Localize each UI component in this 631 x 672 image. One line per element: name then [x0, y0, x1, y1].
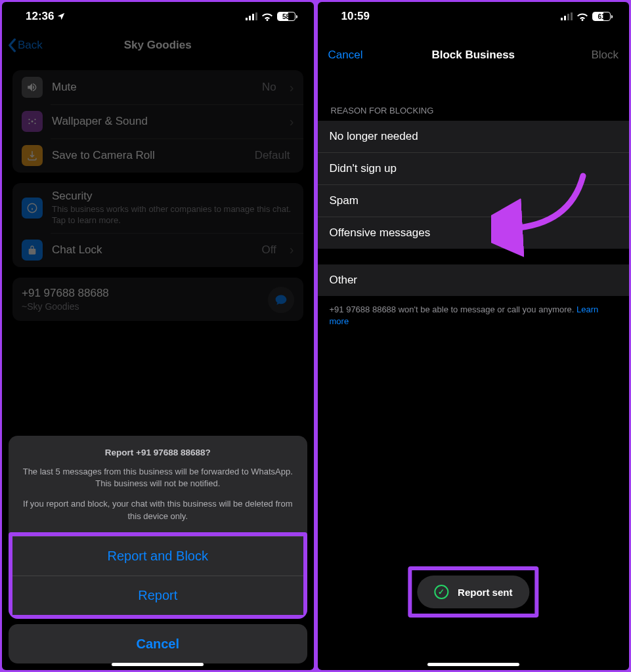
save-label: Save to Camera Roll	[52, 149, 246, 162]
status-bar: 10:59 61	[318, 2, 630, 31]
settings-group-2: Security This business works with other …	[12, 183, 303, 267]
location-icon	[56, 12, 66, 21]
cancel-button[interactable]: Cancel	[9, 624, 307, 663]
page-title: Sky Goodies	[124, 39, 192, 52]
block-button[interactable]: Block	[591, 49, 619, 62]
row-security[interactable]: Security This business works with other …	[12, 183, 303, 233]
footer-body: +91 97688 88688 won't be able to message…	[330, 304, 577, 314]
section-header: Reason for Blocking	[318, 87, 630, 121]
reason-spam[interactable]: Spam	[318, 184, 630, 217]
svg-point-7	[28, 123, 30, 124]
message-button[interactable]	[268, 287, 294, 313]
svg-point-6	[34, 119, 35, 120]
battery-icon: 61	[592, 12, 611, 21]
wallpaper-icon	[22, 111, 43, 132]
svg-point-8	[34, 123, 35, 124]
reason-no-longer-needed[interactable]: No longer needed	[318, 121, 630, 152]
back-button[interactable]: Back	[7, 38, 43, 52]
report-and-block-button[interactable]: Report and Block	[12, 536, 303, 576]
contact-phone: +91 97688 88688	[22, 287, 294, 300]
cancel-button[interactable]: Cancel	[328, 49, 363, 62]
mute-value: No	[262, 81, 276, 94]
cellular-icon	[561, 12, 573, 20]
nav-bar: Cancel Block Business Block	[318, 36, 630, 74]
status-bar: 12:36 58	[2, 2, 314, 31]
page-title: Block Business	[431, 49, 515, 62]
cellular-icon	[246, 12, 257, 20]
chatlock-value: Off	[261, 243, 276, 257]
home-indicator[interactable]	[112, 663, 204, 666]
lock-icon	[22, 240, 43, 261]
chevron-right-icon: ›	[290, 80, 294, 95]
toast-highlight: ✓ Report sent	[408, 566, 538, 618]
row-chatlock[interactable]: Chat Lock Off ›	[12, 233, 303, 267]
sheet-body-2: If you report and block, your chat with …	[22, 498, 294, 523]
save-icon	[22, 145, 43, 166]
toast-text: Report sent	[458, 587, 512, 598]
sheet-title: Report +91 97688 88688?	[22, 446, 294, 459]
reason-didnt-sign-up[interactable]: Didn't sign up	[318, 152, 630, 184]
svg-rect-12	[567, 14, 569, 20]
phone-right: 10:59 61 Cancel Block Business Block Rea…	[318, 2, 630, 670]
info-icon	[22, 198, 43, 219]
contact-card[interactable]: +91 97688 88688 ~Sky Goodies	[12, 278, 303, 321]
report-button[interactable]: Report	[12, 576, 303, 615]
reason-other-list: Other	[318, 264, 630, 296]
action-sheet: Report +91 97688 88688? The last 5 messa…	[9, 436, 307, 663]
mute-label: Mute	[52, 81, 253, 94]
save-value: Default	[255, 149, 290, 162]
svg-rect-0	[246, 18, 248, 20]
wifi-icon	[577, 12, 588, 21]
svg-rect-3	[255, 12, 257, 20]
speaker-icon	[22, 77, 43, 98]
svg-rect-10	[561, 18, 563, 20]
battery-icon: 58	[277, 12, 295, 21]
sheet-body-1: The last 5 messages from this business w…	[22, 466, 294, 491]
svg-rect-2	[252, 14, 254, 20]
footer-text: +91 97688 88688 won't be able to message…	[318, 296, 630, 335]
highlight-annotation: Report and Block Report	[9, 532, 307, 619]
svg-point-5	[28, 119, 30, 120]
svg-point-4	[32, 121, 33, 123]
svg-rect-13	[571, 12, 573, 20]
nav-bar: Back Sky Goodies	[2, 31, 314, 60]
sheet-header: Report +91 97688 88688? The last 5 messa…	[9, 436, 307, 532]
phone-left: 12:36 58 Back Sky Goodies	[2, 2, 314, 670]
reason-offensive[interactable]: Offensive messages	[318, 217, 630, 249]
row-mute[interactable]: Mute No ›	[12, 70, 303, 104]
settings-group-1: Mute No › Wallpaper & Sound › Save to Ca…	[12, 70, 303, 173]
wallpaper-label: Wallpaper & Sound	[52, 115, 280, 128]
toast: ✓ Report sent	[417, 576, 529, 608]
check-icon: ✓	[434, 585, 448, 599]
svg-rect-11	[564, 16, 566, 20]
reason-other[interactable]: Other	[318, 264, 630, 296]
clock: 12:36	[26, 10, 54, 23]
chevron-right-icon: ›	[290, 242, 294, 257]
battery-level: 58	[282, 13, 290, 20]
security-sub: This business works with other companies…	[52, 204, 294, 226]
chatlock-label: Chat Lock	[52, 243, 252, 257]
clock: 10:59	[341, 10, 370, 23]
row-wallpaper[interactable]: Wallpaper & Sound ›	[12, 104, 303, 138]
contact-name: ~Sky Goodies	[22, 301, 294, 312]
row-save-camera[interactable]: Save to Camera Roll Default	[12, 138, 303, 173]
reason-list: No longer needed Didn't sign up Spam Off…	[318, 121, 630, 249]
back-label: Back	[18, 39, 43, 52]
chevron-right-icon: ›	[290, 114, 294, 129]
wifi-icon	[261, 12, 273, 21]
home-indicator[interactable]	[427, 663, 519, 666]
security-label: Security	[52, 190, 294, 203]
svg-rect-1	[249, 16, 251, 20]
battery-level: 61	[598, 13, 605, 20]
